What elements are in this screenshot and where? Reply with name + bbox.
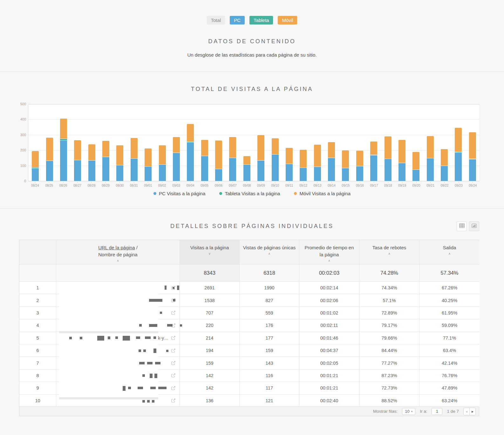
bar-09/19[interactable] — [395, 105, 409, 181]
x-tick-label: 08/27 — [73, 184, 81, 187]
x-tick-08/24: 08/24 — [28, 182, 42, 187]
redaction-block — [173, 299, 175, 301]
external-link-icon[interactable] — [171, 373, 176, 378]
visits-chart-section: TOTAL DE VISITAS A LA PÁGINA 01002003004… — [0, 72, 504, 209]
bar-09/07[interactable] — [226, 105, 240, 181]
x-tick-mark — [360, 182, 360, 183]
x-tick-label: 09/18 — [384, 184, 392, 187]
column-header-exit-rate[interactable]: Salida∧ — [419, 240, 480, 265]
show-rows-label: Mostrar filas: — [373, 409, 398, 414]
bar-09/04[interactable] — [183, 105, 197, 181]
column-header-url[interactable]: URL de la página / Nombre de página∧ — [56, 240, 180, 265]
segment-pc — [356, 166, 363, 181]
bar-08/26[interactable] — [57, 105, 71, 181]
exit-rate-cell: 67.26% — [419, 282, 480, 294]
unique-views-cell: 1990 — [240, 282, 299, 294]
page-info: 1 de 7 — [447, 409, 459, 414]
column-header-visits[interactable]: Visitas a la página∨ — [180, 240, 240, 265]
bar-08/27[interactable] — [71, 105, 85, 181]
bar-09/06[interactable] — [212, 105, 226, 181]
column-header-unique-views[interactable]: Vistas de páginas únicas∧ — [240, 240, 299, 265]
sort-desc-icon: ∨ — [208, 252, 211, 255]
bar-09/17[interactable] — [367, 105, 381, 181]
external-link-icon[interactable] — [171, 310, 176, 315]
chart-view-button[interactable] — [469, 221, 479, 231]
header-content: Visitas a la página∨ — [190, 244, 229, 255]
bar-09/03[interactable] — [169, 105, 183, 181]
bar-08/29[interactable] — [99, 105, 113, 181]
bar-09/08[interactable] — [240, 105, 254, 181]
previous-page-button[interactable]: ◂ — [463, 408, 470, 415]
bar-stack — [398, 140, 405, 181]
bar-stack — [145, 148, 152, 181]
avg-time-cell: 00:04:37 — [299, 344, 359, 357]
column-header-avg-time[interactable]: Promedio de tiempo en la página∧ — [299, 240, 359, 265]
stacked-bar-chart — [28, 104, 480, 181]
x-tick-label: 08/31 — [130, 184, 138, 187]
segment-pc — [116, 165, 123, 181]
bar-09/12[interactable] — [296, 105, 310, 181]
x-tick-09/02: 09/02 — [155, 182, 169, 187]
bar-09/18[interactable] — [381, 105, 395, 181]
rows-per-page-select[interactable]: 10 ▾ — [402, 408, 415, 415]
x-tick-label: 09/24 — [469, 184, 477, 187]
x-tick-label: 09/01 — [144, 184, 152, 187]
goto-page-input[interactable] — [432, 408, 442, 415]
bar-09/01[interactable] — [141, 105, 155, 181]
bar-09/14[interactable] — [324, 105, 338, 181]
bar-09/21[interactable] — [423, 105, 437, 181]
bar-09/10[interactable] — [268, 105, 282, 181]
bar-09/20[interactable] — [409, 105, 423, 181]
pager: ◂ ▸ — [463, 408, 476, 415]
x-tick-mark — [331, 182, 332, 183]
external-link-icon[interactable] — [171, 335, 176, 340]
sort-asc-icon: ∧ — [448, 252, 451, 255]
bars-container — [28, 105, 480, 181]
segment-pc — [74, 160, 81, 181]
bar-09/13[interactable] — [310, 105, 324, 181]
bar-09/02[interactable] — [155, 105, 169, 181]
bar-08/28[interactable] — [85, 105, 99, 181]
table-view-button[interactable] — [457, 221, 467, 231]
bar-stack — [356, 151, 363, 181]
segment-mobile — [32, 151, 39, 168]
column-header-bounce-rate[interactable]: Tasa de rebotes∧ — [359, 240, 419, 265]
x-tick-mark — [289, 182, 289, 183]
next-page-button[interactable]: ▸ — [469, 408, 476, 415]
x-tick-label: 09/04 — [187, 184, 194, 187]
legend-item-tablet[interactable]: Tableta Visitas a la página — [219, 191, 280, 196]
exit-rate-cell: 76.76% — [419, 369, 480, 382]
bar-09/11[interactable] — [282, 105, 296, 181]
bar-09/22[interactable] — [437, 105, 451, 181]
segment-mobile — [272, 138, 279, 154]
external-link-icon[interactable] — [171, 398, 176, 403]
filter-button-total[interactable]: Total — [207, 16, 225, 24]
segment-mobile — [427, 136, 434, 159]
x-tick-09/20: 09/20 — [409, 182, 423, 187]
header-label: Promedio de tiempo en la página — [302, 244, 356, 258]
avg-time-cell: 00:02:14 — [299, 282, 359, 294]
x-tick-label: 09/10 — [271, 184, 279, 187]
bar-08/30[interactable] — [113, 105, 127, 181]
bar-09/09[interactable] — [254, 105, 268, 181]
bar-09/24[interactable] — [466, 105, 480, 181]
bar-09/23[interactable] — [451, 105, 465, 181]
x-tick-mark — [473, 182, 473, 183]
filter-button-tableta[interactable]: Tableta — [249, 16, 273, 24]
filter-button-pc[interactable]: PC — [230, 16, 245, 24]
legend-item-pc[interactable]: PC Visitas a la página — [153, 191, 205, 196]
bar-09/16[interactable] — [353, 105, 367, 181]
bar-09/15[interactable] — [338, 105, 352, 181]
segment-mobile — [412, 152, 419, 170]
external-link-icon[interactable] — [171, 361, 176, 365]
bar-09/05[interactable] — [198, 105, 212, 181]
legend-item-mobile[interactable]: Móvil Visitas a la página — [294, 191, 351, 196]
external-link-icon[interactable] — [171, 386, 176, 390]
bar-08/24[interactable] — [28, 105, 42, 181]
url-header-link[interactable]: URL de la página — [98, 245, 135, 250]
bar-08/31[interactable] — [127, 105, 141, 181]
external-link-icon[interactable] — [171, 348, 176, 353]
bar-stack — [88, 144, 95, 181]
bar-08/25[interactable] — [42, 105, 56, 181]
filter-button-móvil[interactable]: Móvil — [278, 16, 297, 24]
